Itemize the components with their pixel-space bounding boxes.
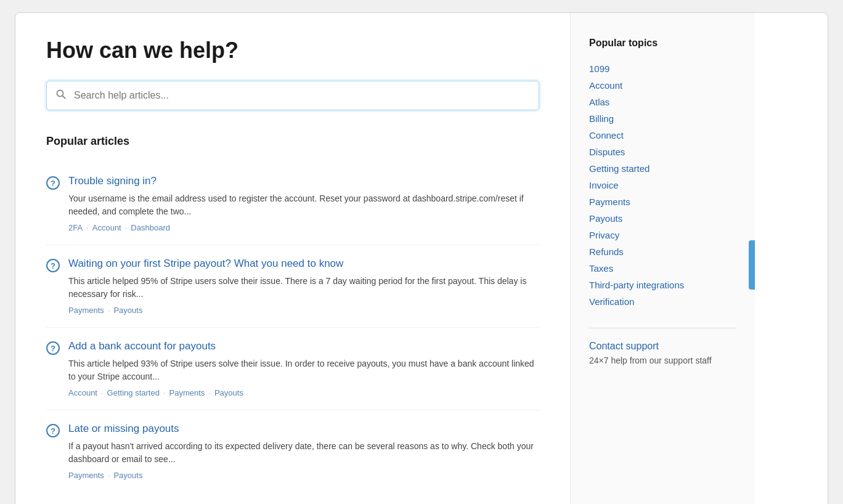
article-item: ? Late or missing payouts If a payout ha…	[46, 410, 539, 492]
sidebar: Popular topics 1099 Account Atlas Billin…	[570, 13, 755, 504]
svg-line-1	[63, 96, 65, 99]
article-title[interactable]: Trouble signing in?	[68, 175, 539, 187]
article-icon: ?	[46, 341, 60, 355]
article-item: ? Add a bank account for payouts This ar…	[46, 328, 539, 410]
article-tag[interactable]: 2FA	[68, 223, 83, 232]
article-tag[interactable]: Dashboard	[131, 223, 170, 232]
tag-separator: ·	[101, 388, 104, 397]
contact-support: Contact support 24×7 help from our suppo…	[589, 341, 736, 365]
topic-item-connect[interactable]: Connect	[589, 128, 736, 143]
tag-separator: ·	[108, 471, 110, 480]
popular-topics-title: Popular topics	[589, 38, 736, 49]
article-tag[interactable]: Payouts	[113, 471, 142, 480]
article-tag[interactable]: Payouts	[214, 388, 243, 397]
article-tag[interactable]: Payments	[68, 306, 104, 315]
article-excerpt: If a payout hasn't arrived according to …	[68, 440, 539, 466]
article-body: Add a bank account for payouts This arti…	[68, 340, 539, 397]
article-tags: 2FA · Account · Dashboard	[68, 223, 539, 232]
article-item: ? Waiting on your first Stripe payout? W…	[46, 245, 539, 328]
article-excerpt: This article helped 95% of Stripe users …	[68, 275, 539, 301]
article-title[interactable]: Waiting on your first Stripe payout? Wha…	[68, 258, 539, 270]
page-title: How can we help?	[46, 38, 539, 63]
article-excerpt: Your username is the email address used …	[68, 192, 539, 218]
article-tag[interactable]: Payments	[169, 388, 205, 397]
tag-separator: ·	[125, 223, 128, 232]
contact-support-desc: 24×7 help from our support staff	[589, 356, 736, 365]
topic-item-refunds[interactable]: Refunds	[589, 244, 736, 259]
tag-separator: ·	[163, 388, 166, 397]
article-tag[interactable]: Payouts	[113, 306, 142, 315]
article-title[interactable]: Add a bank account for payouts	[68, 340, 539, 352]
article-tag[interactable]: Account	[92, 223, 121, 232]
topic-list: 1099 Account Atlas Billing Connect Dispu…	[589, 61, 736, 309]
article-tag[interactable]: Payments	[68, 471, 104, 480]
tag-separator: ·	[86, 223, 89, 232]
article-title[interactable]: Late or missing payouts	[68, 423, 539, 435]
article-body: Late or missing payouts If a payout hasn…	[68, 423, 539, 480]
topic-item-privacy[interactable]: Privacy	[589, 227, 736, 243]
topic-item-disputes[interactable]: Disputes	[589, 144, 736, 160]
topic-item-invoice[interactable]: Invoice	[589, 177, 736, 193]
topic-item-payments[interactable]: Payments	[589, 194, 736, 209]
article-icon: ?	[46, 176, 60, 190]
article-tag[interactable]: Getting started	[107, 388, 160, 397]
topic-item-atlas[interactable]: Atlas	[589, 94, 736, 110]
article-body: Waiting on your first Stripe payout? Wha…	[68, 258, 539, 315]
search-input[interactable]	[46, 81, 539, 110]
article-excerpt: This article helped 93% of Stripe users …	[68, 357, 539, 383]
popular-articles-section: Popular articles ? Trouble signing in? Y…	[46, 135, 539, 492]
tag-separator: ·	[108, 306, 110, 315]
topic-item-1099[interactable]: 1099	[589, 61, 736, 76]
search-container	[46, 81, 539, 110]
topic-item-third-party[interactable]: Third-party integrations	[589, 277, 736, 293]
article-tags: Payments · Payouts	[68, 306, 539, 315]
sidebar-divider	[589, 328, 736, 328]
section-title: Popular articles	[46, 135, 539, 148]
topic-item-payouts[interactable]: Payouts	[589, 211, 736, 226]
search-icon	[56, 89, 66, 102]
topic-item-account[interactable]: Account	[589, 78, 736, 93]
scroll-tab[interactable]	[749, 240, 755, 290]
article-icon: ?	[46, 259, 60, 272]
article-tags: Payments · Payouts	[68, 471, 539, 480]
article-item: ? Trouble signing in? Your username is t…	[46, 163, 539, 245]
tag-separator: ·	[208, 388, 211, 397]
main-content: How can we help? Popular articles ? Trou…	[15, 13, 570, 504]
topic-item-billing[interactable]: Billing	[589, 111, 736, 126]
topic-item-getting-started[interactable]: Getting started	[589, 161, 736, 176]
topic-item-verification[interactable]: Verification	[589, 294, 736, 309]
article-tag[interactable]: Account	[68, 388, 97, 397]
app-window: How can we help? Popular articles ? Trou…	[15, 12, 828, 504]
contact-support-title[interactable]: Contact support	[589, 341, 736, 352]
article-body: Trouble signing in? Your username is the…	[68, 175, 539, 232]
article-tags: Account · Getting started · Payments · P…	[68, 388, 539, 397]
topic-item-taxes[interactable]: Taxes	[589, 261, 736, 276]
article-list: ? Trouble signing in? Your username is t…	[46, 163, 539, 492]
article-icon: ?	[46, 424, 60, 437]
